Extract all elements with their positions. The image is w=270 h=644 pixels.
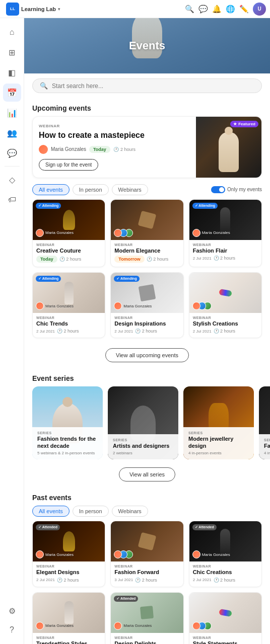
past-card-trendsetting[interactable]: Maria Gonzales WEBINAR Trendsetting Styl… <box>32 592 105 644</box>
series-card-fashion-trends[interactable]: SERIES Fashion trends for the next decad… <box>32 386 103 459</box>
upcoming-section-title: Upcoming events <box>24 98 270 116</box>
trendsetting-body: WEBINAR Trendsetting Styles 3 Jul 2021 🕐… <box>33 633 105 644</box>
view-all-upcoming-button[interactable]: View all upcoming events <box>105 348 189 362</box>
series-card-artists[interactable]: SERIES Artists and designers 2 webinars <box>108 386 178 459</box>
trendsetting-image: Maria Gonzales <box>33 593 105 633</box>
past-filter-tabs: All events In person Webinars <box>24 506 270 521</box>
featured-label-badge: ★ Featured <box>230 121 258 127</box>
tab-webinars[interactable]: Webinars <box>112 184 148 195</box>
past-card-style-statements[interactable]: WEBINAR Style Statements 3 Jul 2021 🕐 2 … <box>189 592 262 644</box>
only-my-events-toggle[interactable] <box>211 186 225 193</box>
sidebar-item-layers[interactable]: ◧ <box>3 63 21 82</box>
sidebar-item-chart[interactable]: 📊 <box>3 104 21 122</box>
creative-couture-title: Creative Couture <box>36 247 101 254</box>
event-card-creative-couture[interactable]: ✓ Attending Maria Gonzales WEBINAR Creat… <box>32 199 105 267</box>
user-avatar[interactable]: U <box>253 3 266 16</box>
event-card-modern-elegance[interactable]: WEBINAR Modern Elegance Tomorrow 🕐 2 hou… <box>110 199 183 267</box>
view-all-upcoming-container: View all upcoming events <box>24 342 270 368</box>
past-tab-all-events[interactable]: All events <box>32 506 70 517</box>
sidebar-item-tag[interactable]: 🏷 <box>3 191 21 209</box>
message-icon[interactable]: 💬 <box>198 5 208 14</box>
style-statements-title: Style Statements <box>193 640 258 644</box>
search-icon[interactable]: 🔍 <box>185 5 194 14</box>
past-section: Past events All events In person Webinar… <box>24 488 270 644</box>
past-card-fashion-forward[interactable]: WEBINAR Fashion Forward 3 Jul 2021 🕐 2 h… <box>110 521 183 587</box>
app-chevron-icon[interactable]: ▾ <box>58 7 60 12</box>
design-inspirations-date: 2 Jul 2021 <box>114 329 133 334</box>
series-artists-tag: SERIES <box>113 438 173 442</box>
sidebar-item-settings[interactable]: ⚙ <box>3 602 21 620</box>
fashion-forward-duration: 🕐 2 hours <box>135 578 157 583</box>
series-fashion-next-tag: SERIES <box>264 438 270 442</box>
elegant-designs-tag: WEBINAR <box>36 565 101 568</box>
past-card-elegant-designs[interactable]: ✓ Attended Maria Gonzales WEBINAR Elegan… <box>32 521 105 587</box>
signup-button[interactable]: Sign up for the event <box>39 159 98 171</box>
view-all-series-button[interactable]: View all series <box>119 467 175 481</box>
search-bar: 🔍 <box>32 78 262 93</box>
upcoming-section: Upcoming events WEBINAR How to create a … <box>24 98 270 368</box>
featured-author-name: Maria Gonzales <box>51 146 86 152</box>
event-card-chic-trends[interactable]: ✓ Attending Maria Gonzales WEBINAR Chic … <box>32 272 105 338</box>
chic-trends-image: ✓ Attending Maria Gonzales <box>33 273 105 313</box>
chic-creations-date: 2 Jul 2021 <box>193 578 212 582</box>
chic-creations-title: Chic Creations <box>193 569 258 576</box>
sidebar-item-calendar[interactable]: 📅 <box>3 84 21 102</box>
search-container: 🔍 <box>24 73 270 98</box>
tab-in-person[interactable]: In person <box>73 184 109 195</box>
design-inspirations-tag: WEBINAR <box>114 316 179 319</box>
featured-today-badge: Today <box>89 146 110 153</box>
stylish-creations-title: Stylish Creations <box>193 320 258 327</box>
series-fashion-title: Fashion trends for the next decade <box>37 435 98 450</box>
past-tab-in-person[interactable]: In person <box>73 506 109 517</box>
topbar: LL Learning Lab ▾ 🔍 💬 🔔 🌐 ✏️ U <box>0 0 270 18</box>
event-card-design-inspirations[interactable]: ✓ Attending Maria Gonzales WEBINAR Desig… <box>110 272 183 338</box>
edit-icon[interactable]: ✏️ <box>239 5 249 14</box>
chic-trends-tag: WEBINAR <box>36 316 101 319</box>
attending-badge-5: ✓ Attending <box>114 276 139 282</box>
globe-icon[interactable]: 🌐 <box>226 5 235 14</box>
page-title: Events <box>129 39 165 52</box>
notification-icon[interactable]: 🔔 <box>212 5 222 14</box>
tab-all-events[interactable]: All events <box>32 184 70 195</box>
sidebar-item-help[interactable]: ? <box>3 621 21 639</box>
sidebar-item-chat[interactable]: 💬 <box>3 144 21 162</box>
series-card-jewellery[interactable]: SERIES Modern jewellery design 4 in-pers… <box>183 386 254 459</box>
fashion-flair-tag: WEBINAR <box>193 243 258 247</box>
design-delights-tag: WEBINAR <box>114 636 179 639</box>
series-artists-meta: 2 webinars <box>113 451 173 455</box>
sidebar-item-users[interactable]: 👥 <box>3 124 21 142</box>
style-statements-tag: WEBINAR <box>193 636 258 639</box>
past-card-chic-creations[interactable]: ✓ Attended Maria Gonzales WEBINAR Chic C… <box>189 521 262 587</box>
hero-decoration <box>132 18 162 58</box>
past-card-design-delights[interactable]: ✓ Attended Maria Gonzales WEBINAR Design… <box>110 592 183 644</box>
series-card-fashion-next[interactable]: SERIES Fashio... 4 in-person <box>259 386 270 459</box>
event-card-stylish-creations[interactable]: WEBINAR Stylish Creations 2 Jul 2021 🕐 2… <box>189 272 262 338</box>
series-section-title: Event series <box>24 368 270 386</box>
design-delights-body: WEBINAR Design Delights 3 Jul 2021 🕐 2 h… <box>111 633 183 644</box>
modern-elegance-title: Modern Elegance <box>114 247 179 254</box>
elegant-designs-meta: 2 Jul 2021 🕐 2 hours <box>36 578 101 583</box>
chic-trends-title: Chic Trends <box>36 320 101 327</box>
sidebar-item-home[interactable]: ⌂ <box>3 23 21 41</box>
search-input[interactable] <box>52 83 254 90</box>
topbar-actions: 🔍 💬 🔔 🌐 ✏️ U <box>185 3 266 16</box>
topbar-logo: LL Learning Lab ▾ <box>6 3 60 16</box>
series-cards-scroll[interactable]: SERIES Fashion trends for the next decad… <box>24 386 270 459</box>
past-tab-webinars[interactable]: Webinars <box>112 506 148 517</box>
fashion-flair-duration: 🕐 2 hours <box>214 256 236 261</box>
creative-couture-duration: 🕐 2 hours <box>59 257 82 262</box>
elegant-designs-duration: 🕐 2 hours <box>57 578 79 583</box>
view-all-series-container: View all series <box>24 461 270 488</box>
fashion-forward-tag: WEBINAR <box>114 565 179 568</box>
stylish-creations-body: WEBINAR Stylish Creations 2 Jul 2021 🕐 2… <box>189 313 261 338</box>
style-statements-image <box>189 593 261 633</box>
series-jewellery-info: SERIES Modern jewellery design 4 in-pers… <box>183 427 254 460</box>
stylish-creations-image <box>189 273 261 313</box>
hero-banner: Events <box>24 18 270 73</box>
event-card-fashion-flair[interactable]: ✓ Attending Maria Gonzales WEBINAR Fashi… <box>189 199 262 267</box>
sidebar-item-diamond[interactable]: ◇ <box>3 171 21 189</box>
style-statements-body: WEBINAR Style Statements 3 Jul 2021 🕐 2 … <box>189 633 261 644</box>
design-inspirations-body: WEBINAR Design Inspirations 2 Jul 2021 🕐… <box>111 313 183 338</box>
fashion-forward-meta: 3 Jul 2021 🕐 2 hours <box>114 578 179 583</box>
sidebar-item-grid[interactable]: ⊞ <box>3 43 21 61</box>
